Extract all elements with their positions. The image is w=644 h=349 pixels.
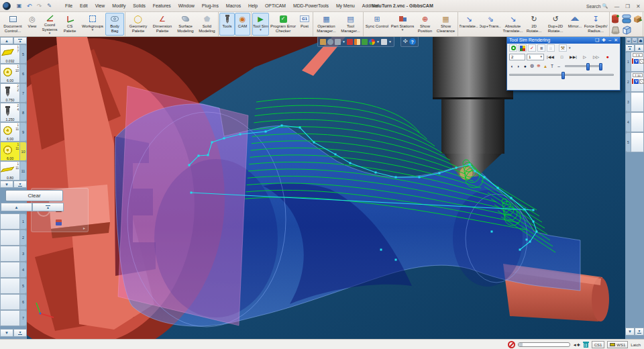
dimension-palette-button[interactable]: ∠Dimension Palette bbox=[150, 13, 174, 36]
workgroup-tab[interactable]: 7 bbox=[20, 310, 27, 326]
workgroup-tile[interactable]: 5 bbox=[0, 278, 27, 294]
verify-check-icon[interactable]: ✓ bbox=[528, 44, 536, 52]
fit-view-icon[interactable]: ✣ bbox=[403, 39, 408, 44]
go-to-start-icon[interactable]: |◀◀ bbox=[545, 53, 555, 60]
shade-mode-icon[interactable]: ● bbox=[523, 64, 528, 68]
workgroup-tab[interactable]: 1 bbox=[20, 213, 27, 230]
scroll-down-icon[interactable]: ▼ bbox=[625, 328, 635, 336]
workgroup-tile[interactable]: 1 bbox=[0, 213, 27, 230]
part-stations-button[interactable]: Part Stations▼ bbox=[390, 13, 415, 36]
text-toggle-icon[interactable]: T bbox=[549, 64, 555, 68]
scroll-top-icon[interactable]: ▲ bbox=[625, 44, 635, 52]
tool-tile[interactable]: 1110.80 11 bbox=[0, 161, 27, 181]
post-button[interactable]: G1Post bbox=[297, 13, 312, 36]
tool-tab[interactable]: 9 bbox=[20, 122, 27, 142]
menu-window[interactable]: Window bbox=[178, 3, 195, 9]
scroll-down-icon[interactable]: ▼ bbox=[0, 181, 13, 188]
layers-icon[interactable] bbox=[381, 39, 387, 45]
workgroup-tile[interactable]: 6 bbox=[0, 294, 27, 310]
slider-handle[interactable] bbox=[599, 63, 602, 70]
interrupt-icon[interactable] bbox=[508, 341, 515, 348]
menu-modify[interactable]: Modify bbox=[111, 3, 126, 9]
stop-icon[interactable]: □ bbox=[557, 53, 567, 60]
render-speed-slider[interactable] bbox=[565, 65, 602, 67]
menu-help[interactable]: Help bbox=[248, 3, 258, 9]
menu-opticam[interactable]: OPTICAM bbox=[264, 3, 286, 9]
tools-button[interactable]: Tools bbox=[219, 13, 235, 36]
force-depth-radius-button[interactable]: ↧Force Depth/ Radius... bbox=[583, 13, 608, 36]
menu-view[interactable]: View bbox=[95, 3, 106, 9]
cylinder-display-icon[interactable] bbox=[335, 39, 341, 45]
customize-icon[interactable]: ✎ bbox=[45, 1, 54, 10]
slider-handle[interactable] bbox=[586, 63, 590, 70]
tool-manager-button[interactable]: ▤Tool Manager... bbox=[339, 13, 362, 36]
coord-systems-button[interactable]: Coord Systems▼ bbox=[40, 13, 60, 36]
tool-tab[interactable]: 8 bbox=[20, 103, 27, 122]
face-colors-icon[interactable] bbox=[369, 39, 375, 45]
stock-box-icon[interactable] bbox=[632, 13, 642, 24]
play-to-end-icon[interactable]: ▶▶| bbox=[568, 53, 578, 60]
chevron-down-icon[interactable]: ▼ bbox=[342, 40, 345, 44]
scroll-down-icon[interactable]: ▼ bbox=[0, 329, 13, 337]
mirror-button[interactable]: ◢◣Mirror... bbox=[567, 13, 583, 36]
scroll-top-icon[interactable]: ▲ bbox=[32, 203, 64, 211]
tool-tile-selected[interactable]: 1116.00 10 bbox=[0, 142, 27, 161]
tool-tile[interactable]: 1116.00 9 bbox=[0, 122, 27, 142]
palette-icon-blue[interactable] bbox=[56, 219, 62, 226]
float-window-icon[interactable]: ❏ bbox=[595, 38, 599, 42]
tool-tile[interactable]: 1106.00 6 bbox=[0, 64, 27, 83]
stock-discs-icon[interactable] bbox=[621, 13, 631, 24]
stock-cone-icon[interactable] bbox=[610, 25, 621, 36]
menu-edit[interactable]: Edit bbox=[79, 3, 89, 9]
minimize-button[interactable]: — bbox=[612, 2, 621, 10]
cam-button[interactable]: ◉CAM bbox=[235, 13, 250, 36]
scroll-up-icon[interactable]: ▲ bbox=[0, 37, 13, 44]
workgroup-tab[interactable]: 3 bbox=[20, 246, 27, 262]
tool-tile[interactable]: 220.750 7 bbox=[0, 83, 27, 103]
view-button[interactable]: ◎View bbox=[25, 13, 40, 36]
dup-translate-button[interactable]: ⇘Dup+Trans... bbox=[479, 13, 502, 36]
translate-button[interactable]: ↘Translate... bbox=[459, 13, 479, 36]
show-clearance-button[interactable]: ▦Show Clearance bbox=[435, 13, 457, 36]
close-button[interactable]: ✕ bbox=[634, 2, 643, 10]
op-counter-field[interactable] bbox=[509, 54, 525, 60]
scroll-up-icon[interactable]: ▲ bbox=[635, 44, 644, 52]
scroll-top-icon[interactable]: ▲ bbox=[13, 37, 27, 44]
operation-manager-button[interactable]: ▦Operation Manager... bbox=[314, 13, 339, 36]
fast-forward-icon[interactable]: ▷▷ bbox=[591, 53, 601, 60]
save-icon[interactable]: ▣ bbox=[15, 1, 23, 10]
axis-icon[interactable]: ▲ bbox=[543, 64, 548, 68]
op-list-icon[interactable]: ≣ bbox=[537, 44, 545, 52]
sphere-display-icon[interactable] bbox=[327, 39, 333, 45]
shade-mode-icon[interactable]: ◖ bbox=[509, 64, 515, 68]
compare-icon[interactable]: ⁝⁝ bbox=[547, 44, 555, 52]
gibbscam-logo-icon[interactable] bbox=[3, 2, 11, 10]
help-icon[interactable]: ? bbox=[409, 38, 416, 45]
tool-sim-button[interactable]: ▶Tool Sim▼ bbox=[252, 13, 269, 36]
tool-tab[interactable]: 11 bbox=[20, 161, 27, 181]
chevron-down-icon[interactable]: ▼ bbox=[388, 40, 392, 44]
sync-control-button[interactable]: ⊞Sync Control bbox=[364, 13, 390, 36]
chevron-down-icon[interactable]: ▼ bbox=[568, 46, 571, 50]
absolute-translate-button[interactable]: ↘Absolute Translate... bbox=[502, 13, 524, 36]
fixture-display-icon[interactable] bbox=[354, 39, 360, 45]
program-error-checker-button[interactable]: ✓Program Error Checker bbox=[269, 13, 297, 36]
marker-icon[interactable]: ◄✚ bbox=[573, 342, 580, 347]
target-icon[interactable]: ⊕ bbox=[536, 63, 541, 68]
operation-tile[interactable]: 1 T 9V bbox=[625, 52, 644, 72]
color-modes-icon[interactable] bbox=[519, 44, 527, 52]
cs-palette-button[interactable]: CS Palette bbox=[60, 13, 80, 36]
sim-progress-slider[interactable] bbox=[509, 74, 614, 76]
shade-mode-icon[interactable]: ◗ bbox=[516, 64, 521, 68]
workgroups-button[interactable]: Workgroups▼ bbox=[80, 13, 105, 36]
menu-file[interactable]: File bbox=[64, 3, 73, 9]
speed-select[interactable]: 1▼ bbox=[527, 54, 544, 60]
tool-tile[interactable]: 170.032 5 bbox=[0, 44, 27, 64]
workgroup-tile[interactable]: 2 bbox=[0, 230, 27, 246]
menu-macros[interactable]: Macros bbox=[225, 3, 241, 9]
operator-icon[interactable]: ☗ bbox=[638, 38, 643, 44]
document-control-button[interactable]: Document Control... bbox=[1, 13, 25, 36]
tool-tab[interactable]: 7 bbox=[20, 83, 27, 103]
operation-tile[interactable]: 4 bbox=[625, 112, 644, 132]
redo-icon[interactable]: ↷ bbox=[35, 1, 44, 10]
